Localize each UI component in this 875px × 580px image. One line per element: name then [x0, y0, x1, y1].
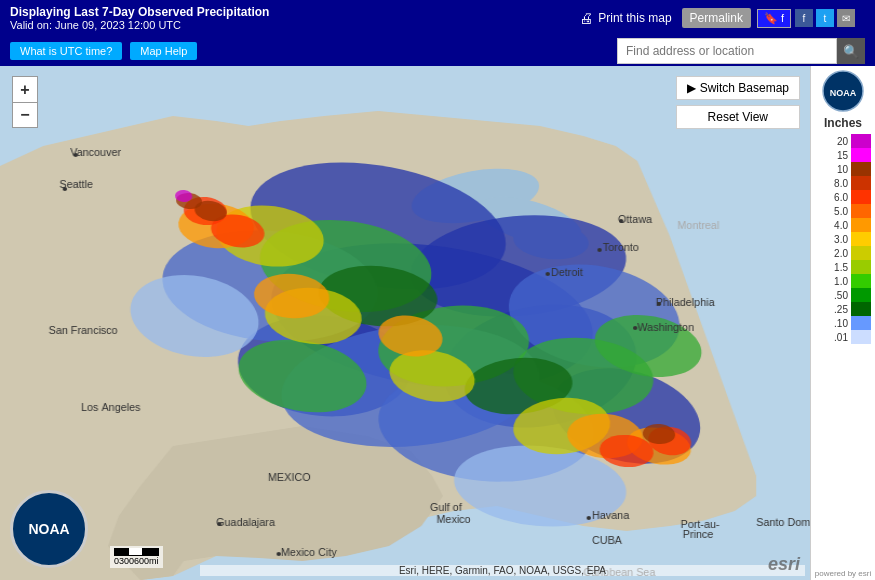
- zoom-in-button[interactable]: +: [12, 76, 38, 102]
- legend-row: 8.0: [815, 176, 871, 190]
- legend-label: 4.0: [826, 220, 848, 231]
- legend-label: .50: [826, 290, 848, 301]
- scale-label-600: 600mi: [134, 556, 159, 566]
- facebook-icon[interactable]: f: [795, 9, 813, 27]
- legend-label: 6.0: [826, 192, 848, 203]
- legend-color: [851, 148, 871, 162]
- bookmark-button[interactable]: 🔖 f: [757, 9, 791, 28]
- legend-row: 4.0: [815, 218, 871, 232]
- utc-time-button[interactable]: What is UTC time?: [10, 42, 122, 60]
- zoom-out-button[interactable]: −: [12, 102, 38, 128]
- legend-row: 20: [815, 134, 871, 148]
- subheader-bar: What is UTC time? Map Help 🔍: [0, 36, 875, 66]
- legend-color: [851, 260, 871, 274]
- scale-seg-3: [143, 548, 157, 555]
- switch-basemap-button[interactable]: ▶ Switch Basemap: [676, 76, 800, 100]
- legend-color: [851, 302, 871, 316]
- legend-row: 1.5: [815, 260, 871, 274]
- legend-color: [851, 232, 871, 246]
- esri-credit: powered by esri: [815, 569, 871, 578]
- legend-row: 6.0: [815, 190, 871, 204]
- scale-bar: 0 300 600mi: [110, 546, 163, 568]
- twitter-icon[interactable]: t: [816, 9, 834, 27]
- legend-label: 1.0: [826, 276, 848, 287]
- search-input[interactable]: [617, 38, 837, 64]
- legend-color: [851, 162, 871, 176]
- legend-color: [851, 134, 871, 148]
- legend-label: 3.0: [826, 234, 848, 245]
- scale-seg-2: [129, 548, 143, 555]
- bookmark-icon: 🔖: [764, 12, 778, 25]
- legend-row: .01: [815, 330, 871, 344]
- legend-row: 15: [815, 148, 871, 162]
- title-line2: Valid on: June 09, 2023 12:00 UTC: [10, 19, 269, 31]
- map-controls: ▶ Switch Basemap Reset View: [676, 76, 800, 129]
- bookmark-area: 🔖 f f t ✉: [757, 9, 855, 28]
- noaa-circle: NOAA: [10, 490, 88, 568]
- legend-label: 8.0: [826, 178, 848, 189]
- legend: NOAA Inches 2015108.06.05.04.03.02.01.51…: [810, 66, 875, 580]
- legend-label: 10: [826, 164, 848, 175]
- esri-logo: esri: [768, 554, 800, 575]
- legend-label: 15: [826, 150, 848, 161]
- zoom-controls: + −: [12, 76, 38, 128]
- header-title: Displaying Last 7-Day Observed Precipita…: [10, 5, 269, 31]
- legend-color: [851, 288, 871, 302]
- search-area: 🔍: [617, 38, 865, 64]
- legend-row: .50: [815, 288, 871, 302]
- printer-icon: 🖨: [579, 10, 593, 26]
- legend-label: .25: [826, 304, 848, 315]
- noaa-text: NOAA: [28, 521, 69, 537]
- scale-line: [114, 548, 159, 556]
- legend-row: 5.0: [815, 204, 871, 218]
- legend-row: .10: [815, 316, 871, 330]
- bookmark-label: f: [781, 12, 784, 24]
- print-label: Print this map: [598, 11, 671, 25]
- title-line1: Displaying Last 7-Day Observed Precipita…: [10, 5, 269, 19]
- legend-row: 10: [815, 162, 871, 176]
- map-area[interactable]: + − ▶ Switch Basemap Reset View NOAA 0 3…: [0, 66, 875, 580]
- permalink-button[interactable]: Permalink: [682, 8, 751, 28]
- attribution: Esri, HERE, Garmin, FAO, NOAA, USGS, EPA: [200, 565, 805, 576]
- noaa-logo-bottom: NOAA: [10, 490, 90, 570]
- legend-color: [851, 274, 871, 288]
- legend-unit: Inches: [824, 116, 862, 130]
- legend-label: 1.5: [826, 262, 848, 273]
- legend-scale: 2015108.06.05.04.03.02.01.51.0.50.25.10.…: [811, 134, 875, 567]
- print-button[interactable]: 🖨 Print this map: [579, 10, 671, 26]
- legend-label: 2.0: [826, 248, 848, 259]
- legend-row: .25: [815, 302, 871, 316]
- noaa-top-logo: NOAA: [822, 70, 864, 112]
- legend-row: 1.0: [815, 274, 871, 288]
- scale-labels: 0 300 600mi: [114, 556, 159, 566]
- legend-color: [851, 204, 871, 218]
- header-bar: Displaying Last 7-Day Observed Precipita…: [0, 0, 875, 36]
- legend-label: .10: [826, 318, 848, 329]
- legend-color: [851, 176, 871, 190]
- legend-color: [851, 246, 871, 260]
- legend-color: [851, 330, 871, 344]
- legend-label: 5.0: [826, 206, 848, 217]
- triangle-icon: ▶: [687, 81, 696, 95]
- legend-color: [851, 218, 871, 232]
- svg-text:NOAA: NOAA: [830, 88, 857, 98]
- social-icons: f t ✉: [795, 9, 855, 27]
- reset-view-button[interactable]: Reset View: [676, 105, 800, 129]
- scale-label-300: 300: [119, 556, 134, 566]
- legend-row: 3.0: [815, 232, 871, 246]
- legend-row: 2.0: [815, 246, 871, 260]
- scale-seg-1: [115, 548, 129, 555]
- map-canvas: [0, 66, 875, 580]
- legend-color: [851, 190, 871, 204]
- switch-basemap-label: Switch Basemap: [700, 81, 789, 95]
- legend-label: 20: [826, 136, 848, 147]
- legend-color: [851, 316, 871, 330]
- legend-label: .01: [826, 332, 848, 343]
- search-button[interactable]: 🔍: [837, 38, 865, 64]
- map-help-button[interactable]: Map Help: [130, 42, 197, 60]
- email-icon[interactable]: ✉: [837, 9, 855, 27]
